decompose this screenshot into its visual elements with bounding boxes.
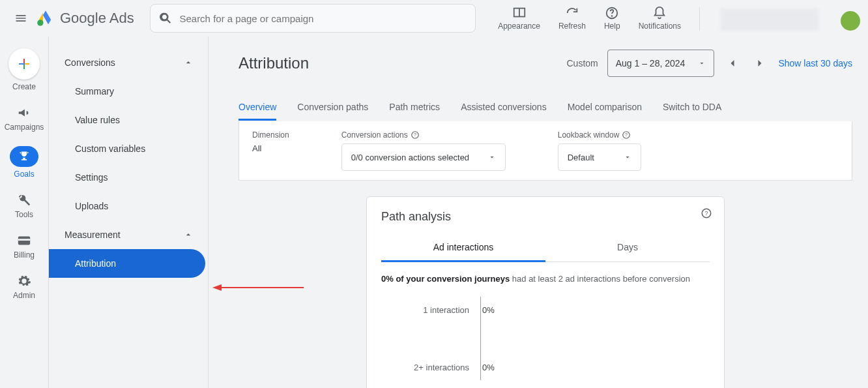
gear-icon xyxy=(17,274,31,288)
menu-icon xyxy=(14,12,27,25)
chevron-right-icon xyxy=(753,57,766,70)
rail-billing-label: Billing xyxy=(14,250,35,260)
dropdown-icon xyxy=(488,153,496,161)
nav-section-conversions-label: Conversions xyxy=(65,57,115,68)
rail-admin[interactable]: Admin xyxy=(13,274,35,300)
divider xyxy=(699,7,700,31)
help-icon xyxy=(605,6,619,20)
rail-billing[interactable]: Billing xyxy=(14,233,35,260)
bar-row: 1 interaction 0% xyxy=(381,297,710,323)
svg-rect-8 xyxy=(25,63,29,65)
hamburger-menu-button[interactable] xyxy=(8,5,34,31)
chart-axis xyxy=(480,297,481,380)
lookback-value: Default xyxy=(568,153,594,162)
avatar[interactable] xyxy=(841,11,860,31)
appearance-label: Appearance xyxy=(498,22,540,31)
card-tab-days[interactable]: Days xyxy=(545,234,710,262)
megaphone-icon xyxy=(17,106,31,120)
nav-item-uploads[interactable]: Uploads xyxy=(49,192,208,220)
card-tab-ad-interactions[interactable]: Ad interactions xyxy=(381,234,545,262)
next-period-button[interactable] xyxy=(751,54,769,72)
tab-overview[interactable]: Overview xyxy=(239,95,276,121)
help-button[interactable]: Help xyxy=(604,6,620,31)
chevron-up-icon xyxy=(183,57,194,68)
refresh-label: Refresh xyxy=(558,22,586,31)
bar-label: 1 interaction xyxy=(381,305,476,315)
product-name: Google Ads xyxy=(60,10,134,27)
product-logo: Google Ads xyxy=(36,9,134,27)
filter-bar: Dimension All Conversion actions ? 0/0 c… xyxy=(239,121,852,181)
date-range-picker[interactable]: Aug 1 – 28, 2024 xyxy=(607,50,715,77)
trophy-icon xyxy=(18,150,31,163)
nav-item-custom-variables[interactable]: Custom variables xyxy=(49,134,208,163)
nav-item-attribution[interactable]: Attribution xyxy=(49,249,205,278)
tools-icon xyxy=(17,193,31,207)
svg-rect-9 xyxy=(23,65,25,69)
search-icon xyxy=(160,12,172,25)
help-icon[interactable]: ? xyxy=(411,130,420,140)
dropdown-icon xyxy=(698,59,706,67)
date-range-type-label: Custom xyxy=(566,58,598,68)
card-title: Path analysis xyxy=(381,210,710,224)
help-label: Help xyxy=(604,22,620,31)
bar-value: 0% xyxy=(476,363,495,372)
conversion-actions-value: 0/0 conversion actions selected xyxy=(351,153,469,162)
conversion-actions-dropdown[interactable]: 0/0 conversion actions selected xyxy=(341,143,506,171)
bar-label: 2+ interactions xyxy=(381,363,476,372)
svg-point-6 xyxy=(612,16,613,16)
rail-goals-label: Goals xyxy=(14,170,34,179)
prev-period-button[interactable] xyxy=(723,54,742,72)
path-analysis-card: Path analysis ? Ad interactions Days 0% … xyxy=(366,196,725,388)
search-input-container[interactable] xyxy=(150,4,476,33)
lookback-label: Lookback window xyxy=(558,130,620,140)
dimension-value: All xyxy=(252,143,289,153)
rail-create[interactable]: Create xyxy=(8,48,40,91)
bar-row: 2+ interactions 0% xyxy=(381,354,710,380)
date-range-value: Aug 1 – 28, 2024 xyxy=(616,58,686,68)
show-last-30-days-link[interactable]: Show last 30 days xyxy=(778,58,852,68)
rail-campaigns[interactable]: Campaigns xyxy=(5,106,44,132)
svg-rect-11 xyxy=(18,239,30,241)
summary-text: 0% of your conversion journeys had at le… xyxy=(381,274,710,284)
nav-item-value-rules[interactable]: Value rules xyxy=(49,106,208,134)
help-icon[interactable]: ? xyxy=(622,130,631,140)
tab-assisted-conversions[interactable]: Assisted conversions xyxy=(461,95,547,121)
bar-chart: 1 interaction 0% 2+ interactions 0% xyxy=(381,297,710,380)
refresh-icon xyxy=(565,6,579,20)
page-title: Attribution xyxy=(239,54,309,72)
plus-icon xyxy=(16,56,32,72)
nav-item-summary[interactable]: Summary xyxy=(49,77,208,106)
rail-goals[interactable]: Goals xyxy=(10,146,38,179)
card-help-button[interactable]: ? xyxy=(701,207,712,219)
tab-conversion-paths[interactable]: Conversion paths xyxy=(297,95,368,121)
rail-tools-label: Tools xyxy=(15,210,33,219)
dimension-label: Dimension xyxy=(252,130,289,140)
google-ads-icon xyxy=(36,9,55,27)
help-icon: ? xyxy=(701,207,712,219)
svg-point-0 xyxy=(37,20,43,25)
summary-bold: 0% of your conversion journeys xyxy=(381,274,510,284)
svg-text:?: ? xyxy=(625,132,628,137)
credit-card-icon xyxy=(17,233,31,248)
chevron-left-icon xyxy=(726,57,739,70)
bell-icon xyxy=(652,6,667,20)
tab-model-comparison[interactable]: Model comparison xyxy=(568,95,642,121)
rail-tools[interactable]: Tools xyxy=(15,193,33,219)
summary-rest: had at least 2 ad interactions before co… xyxy=(510,274,690,284)
nav-section-measurement[interactable]: Measurement xyxy=(49,220,208,249)
notifications-label: Notifications xyxy=(639,22,681,31)
tab-path-metrics[interactable]: Path metrics xyxy=(389,95,440,121)
refresh-button[interactable]: Refresh xyxy=(558,6,586,31)
rail-create-label: Create xyxy=(12,82,36,91)
notifications-button[interactable]: Notifications xyxy=(639,6,681,31)
nav-section-conversions[interactable]: Conversions xyxy=(49,48,208,77)
svg-rect-7 xyxy=(23,59,25,63)
nav-section-measurement-label: Measurement xyxy=(65,230,121,240)
appearance-button[interactable]: Appearance xyxy=(498,6,540,31)
lookback-dropdown[interactable]: Default xyxy=(558,143,641,171)
nav-item-settings[interactable]: Settings xyxy=(49,163,208,192)
search-input[interactable] xyxy=(179,13,465,24)
svg-line-2 xyxy=(167,20,170,23)
conversion-actions-label: Conversion actions xyxy=(341,130,408,140)
tab-switch-to-dda[interactable]: Switch to DDA xyxy=(663,95,721,121)
